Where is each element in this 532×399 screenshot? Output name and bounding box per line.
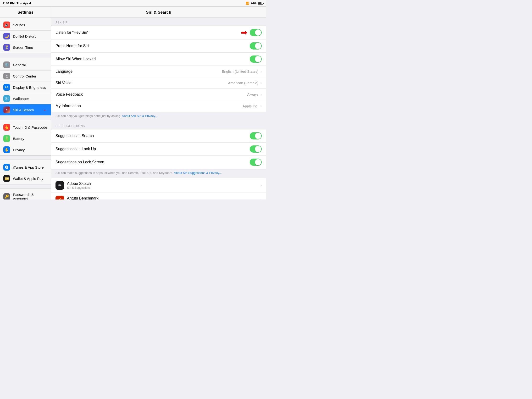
- allow-locked-knob: [255, 56, 261, 62]
- dnd-label: Do Not Disturb: [13, 34, 36, 38]
- battery-percent: 74%: [251, 2, 256, 5]
- hey-siri-row[interactable]: Listen for "Hey Siri" ➡: [51, 26, 266, 39]
- siri-voice-chevron: ›: [260, 81, 262, 85]
- ask-siri-label: ASK SIRI: [51, 18, 266, 25]
- apps-group: ✏ Adobe Sketch Siri & Suggestions › ⚡ An…: [51, 178, 266, 200]
- sidebar-item-privacy[interactable]: ✋ Privacy: [0, 144, 51, 155]
- voice-feedback-row[interactable]: Voice Feedback Always ›: [51, 89, 266, 100]
- date: Thu Apr 4: [17, 1, 31, 5]
- press-home-knob: [255, 43, 261, 49]
- suggestions-search-row[interactable]: Suggestions in Search: [51, 129, 266, 143]
- suggestions-lock-toggle[interactable]: [250, 158, 262, 166]
- sidebar-group-4: 🅐 iTunes & App Store 💳 Wallet & Apple Pa…: [0, 160, 51, 184]
- press-home-toggle[interactable]: [250, 42, 262, 50]
- sidebar-item-itunes[interactable]: 🅐 iTunes & App Store: [0, 162, 51, 173]
- ask-siri-group: Listen for "Hey Siri" ➡ Press Home for S…: [51, 25, 266, 112]
- siri-suggestions-group: Suggestions in Search Suggestions in Loo…: [51, 129, 266, 169]
- sidebar-item-passwords[interactable]: 🔑 Passwords & Accounts: [0, 190, 51, 200]
- antutu-icon: ⚡: [56, 196, 64, 200]
- separator-4: [0, 184, 51, 189]
- siri-suggestions-description: Siri can make suggestions in apps, or wh…: [51, 169, 266, 178]
- suggestions-lookup-knob: [255, 146, 261, 152]
- separator-1: [0, 53, 51, 57]
- touch-id-label: Touch ID & Passcode: [13, 125, 47, 129]
- press-home-label: Press Home for Siri: [56, 44, 250, 48]
- app-container: Settings 🔊 Sounds 🌙 Do Not Disturb ⏳ Scr…: [0, 7, 266, 200]
- voice-feedback-chevron: ›: [260, 92, 262, 97]
- screen-time-label: Screen Time: [13, 45, 33, 50]
- passwords-label: Passwords & Accounts: [13, 193, 48, 200]
- privacy-label: Privacy: [13, 148, 25, 152]
- my-info-chevron: ›: [260, 104, 262, 108]
- sidebar-item-general[interactable]: ⚙️ General: [0, 59, 51, 70]
- main-content: Siri & Search ASK SIRI Listen for "Hey S…: [51, 7, 266, 200]
- suggestions-search-label: Suggestions in Search: [56, 134, 250, 138]
- hey-siri-knob: [255, 29, 261, 36]
- sidebar-arrow-icon: ←: [43, 107, 48, 113]
- sidebar-item-touch-id[interactable]: 👆 Touch ID & Passcode: [0, 122, 51, 133]
- sidebar-item-sounds[interactable]: 🔊 Sounds: [0, 19, 51, 31]
- sidebar: Settings 🔊 Sounds 🌙 Do Not Disturb ⏳ Scr…: [0, 7, 51, 200]
- battery-label: Battery: [13, 137, 24, 141]
- control-center-label: Control Center: [13, 74, 36, 78]
- siri-voice-value: American (Female): [228, 81, 259, 85]
- sounds-icon: 🔊: [3, 22, 10, 28]
- sidebar-item-display[interactable]: AA Display & Brightness: [0, 82, 51, 93]
- separator-3: [0, 155, 51, 160]
- antutu-chevron: ›: [260, 198, 262, 200]
- sidebar-group-2: ⚙️ General 🎛 Control Center AA Display &…: [0, 57, 51, 115]
- suggestions-lookup-toggle[interactable]: [250, 146, 262, 153]
- adobe-sketch-icon: ✏: [56, 181, 64, 190]
- press-home-row[interactable]: Press Home for Siri: [51, 39, 266, 53]
- my-info-label: My Information: [56, 104, 243, 108]
- touch-id-icon: 👆: [3, 124, 10, 131]
- sidebar-group-1: 🔊 Sounds 🌙 Do Not Disturb ⏳ Screen Time: [0, 18, 51, 53]
- ask-siri-privacy-link[interactable]: About Ask Siri & Privacy...: [122, 114, 158, 118]
- siri-suggestions-privacy-link[interactable]: About Siri Suggestions & Privacy...: [174, 171, 222, 175]
- battery-sidebar-icon: 🔋: [3, 135, 10, 142]
- control-center-icon: 🎛: [3, 73, 10, 79]
- antutu-row[interactable]: ⚡ Antutu Benchmark Siri & Suggestions ›: [51, 193, 266, 200]
- suggestions-lookup-row[interactable]: Suggestions in Look Up: [51, 143, 266, 156]
- adobe-sketch-row[interactable]: ✏ Adobe Sketch Siri & Suggestions ›: [51, 178, 266, 193]
- language-label: Language: [56, 69, 222, 74]
- sidebar-group-3: 👆 Touch ID & Passcode 🔋 Battery ✋ Privac…: [0, 120, 51, 155]
- suggestions-search-toggle[interactable]: [250, 132, 262, 139]
- wallpaper-label: Wallpaper: [13, 97, 29, 101]
- my-info-row[interactable]: My Information Apple Inc. ›: [51, 100, 266, 112]
- siri-icon: ✦: [3, 107, 10, 113]
- sidebar-group-5: 🔑 Passwords & Accounts ✉ Mail: [0, 189, 51, 200]
- hey-siri-toggle[interactable]: [250, 29, 262, 36]
- suggestions-lock-row[interactable]: Suggestions on Lock Screen: [51, 156, 266, 169]
- display-label: Display & Brightness: [13, 85, 46, 89]
- sidebar-item-control-center[interactable]: 🎛 Control Center: [0, 70, 51, 82]
- allow-locked-label: Allow Siri When Locked: [56, 57, 250, 61]
- allow-locked-toggle[interactable]: [250, 56, 262, 63]
- screen-time-icon: ⏳: [3, 44, 10, 51]
- siri-label: Siri & Search: [13, 108, 34, 112]
- status-bar: 2:30 PM Thu Apr 4 📶 74%: [0, 0, 266, 7]
- antutu-info: Antutu Benchmark Siri & Suggestions: [67, 196, 260, 200]
- sidebar-item-wallpaper[interactable]: ❄️ Wallpaper: [0, 93, 51, 104]
- sidebar-title: Settings: [0, 7, 51, 18]
- dnd-icon: 🌙: [3, 33, 10, 39]
- sidebar-item-do-not-disturb[interactable]: 🌙 Do Not Disturb: [0, 31, 51, 42]
- time: 2:30 PM: [3, 1, 15, 5]
- sounds-label: Sounds: [13, 23, 25, 27]
- suggestions-lock-label: Suggestions on Lock Screen: [56, 160, 250, 164]
- suggestions-lookup-label: Suggestions in Look Up: [56, 147, 250, 151]
- sidebar-item-siri[interactable]: ✦ Siri & Search ←: [0, 104, 51, 115]
- itunes-label: iTunes & App Store: [13, 165, 44, 169]
- my-info-value: Apple Inc.: [243, 104, 259, 108]
- antutu-name: Antutu Benchmark: [67, 196, 260, 200]
- sidebar-item-screen-time[interactable]: ⏳ Screen Time: [0, 42, 51, 53]
- status-left: 2:30 PM Thu Apr 4: [3, 1, 31, 5]
- suggestions-search-knob: [255, 133, 261, 139]
- voice-feedback-value: Always: [247, 92, 259, 96]
- language-row[interactable]: Language English (United States) ›: [51, 66, 266, 77]
- sidebar-item-wallet[interactable]: 💳 Wallet & Apple Pay: [0, 173, 51, 184]
- siri-voice-row[interactable]: Siri Voice American (Female) ›: [51, 77, 266, 89]
- allow-locked-row[interactable]: Allow Siri When Locked: [51, 53, 266, 66]
- sidebar-item-battery[interactable]: 🔋 Battery: [0, 133, 51, 144]
- adobe-sketch-subtitle: Siri & Suggestions: [67, 186, 260, 190]
